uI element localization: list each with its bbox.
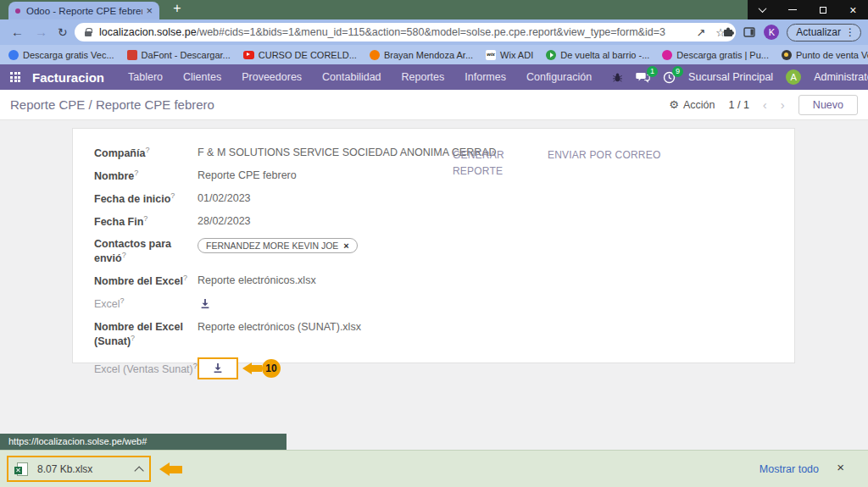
- user-menu[interactable]: Administrator (localizacion): [814, 71, 868, 83]
- annotation-highlight-box: 10: [198, 357, 238, 379]
- window-close-button[interactable]: ×: [838, 0, 868, 19]
- extensions-puzzle-icon[interactable]: [721, 25, 735, 39]
- window-controls: ×: [748, 0, 868, 19]
- chrome-profile-avatar[interactable]: K: [764, 25, 779, 40]
- field-value-excel: [198, 296, 213, 313]
- field-value-fecha-inicio[interactable]: 01/02/2023: [198, 191, 251, 204]
- bookmark-label: DaFont - Descargar...: [142, 50, 231, 60]
- window-restore-button[interactable]: [808, 0, 838, 19]
- field-label: Contactos para envió?: [94, 237, 198, 266]
- field-label: Fecha Fin?: [94, 214, 198, 229]
- bookmark-item[interactable]: Brayan Mendoza Ar...: [370, 50, 473, 60]
- menu-contabilidad[interactable]: Contabilidad: [322, 71, 381, 83]
- annotation-arrow-icon: 10: [242, 359, 281, 378]
- show-all-downloads-link[interactable]: Mostrar todo: [760, 463, 819, 475]
- address-bar[interactable]: localizacion.solse.pe /web#cids=1&bids=1…: [75, 23, 736, 42]
- field-value-nombre-excel[interactable]: Reporte electrónicos.xlsx: [198, 274, 316, 286]
- window-menu-button[interactable]: [748, 0, 778, 19]
- annotation-step-badge: 10: [262, 359, 281, 378]
- chevron-up-icon[interactable]: [134, 466, 143, 475]
- help-marker: ?: [134, 169, 138, 177]
- menu-clientes[interactable]: Clientes: [183, 71, 221, 83]
- bookmark-item[interactable]: Punto de venta Ven...: [782, 50, 868, 60]
- enviar-por-correo-button[interactable]: ENVIAR POR CORREO: [548, 149, 660, 161]
- field-label: Fecha de inicio?: [94, 191, 198, 206]
- chrome-update-button[interactable]: Actualizar ⋮: [787, 24, 861, 42]
- download-excel-sunat-button[interactable]: [210, 362, 225, 375]
- field-row-fecha-fin: Fecha Fin? 28/02/2023: [94, 214, 794, 230]
- field-value-nombre[interactable]: Reporte CPE febrero: [198, 169, 297, 181]
- company-switcher[interactable]: Sucursal Principal: [688, 71, 773, 83]
- download-excel-button[interactable]: [198, 297, 213, 311]
- field-row-nombre: Nombre? Reporte CPE febrero: [94, 169, 794, 184]
- bookmark-label: Wix ADI: [500, 50, 533, 60]
- download-icon: [212, 362, 224, 374]
- menu-tablero[interactable]: Tablero: [128, 71, 163, 83]
- bookmark-item[interactable]: Wix ADI: [486, 50, 533, 60]
- chrome-menu-icon[interactable]: ⋮: [845, 26, 855, 38]
- field-value-nombre-excel-sunat[interactable]: Reporte electrónicos (SUNAT).xlsx: [198, 320, 361, 333]
- window-minimize-button[interactable]: [778, 0, 809, 19]
- contact-tag[interactable]: FERNANDEZ MORE KEVIN JOE ×: [198, 238, 358, 253]
- bookmark-item[interactable]: CURSO DE CORELD...: [243, 50, 357, 60]
- download-shelf: 8.07 Kb.xlsx Mostrar todo ×: [0, 450, 868, 487]
- bookmark-favicon-icon: [782, 50, 792, 60]
- breadcrumb-parent[interactable]: Reporte CPE: [10, 97, 85, 112]
- browser-tab[interactable]: Odoo - Reporte CPE febrero ×: [8, 2, 159, 19]
- pager-previous-icon[interactable]: ‹: [763, 98, 767, 111]
- bookmark-favicon-icon: [8, 50, 19, 60]
- restore-icon: [820, 7, 826, 14]
- url-path: /web#cids=1&bids=1&menu_id=115&action=58…: [197, 26, 687, 38]
- debug-bug-icon[interactable]: [612, 72, 623, 83]
- bookmarks-bar: Descarga gratis Vec... DaFont - Descarga…: [0, 45, 868, 64]
- bookmark-item[interactable]: DaFont - Descargar...: [127, 50, 231, 60]
- apps-grid-icon[interactable]: [10, 72, 20, 82]
- messages-button[interactable]: 1: [636, 71, 650, 84]
- forward-button[interactable]: →: [35, 24, 47, 41]
- field-value-fecha-fin[interactable]: 28/02/2023: [198, 214, 251, 227]
- field-label: Compañía?: [94, 146, 198, 160]
- download-icon: [199, 298, 211, 310]
- systray: 1 9 Sucursal Principal A Administrator (…: [612, 69, 868, 85]
- reload-button[interactable]: ↻: [58, 24, 68, 41]
- bookmark-item[interactable]: De vuelta al barrio -...: [546, 50, 649, 60]
- contact-tag-label: FERNANDEZ MORE KEVIN JOE: [206, 241, 338, 251]
- download-chip-highlight[interactable]: 8.07 Kb.xlsx: [7, 456, 151, 482]
- field-value-compania[interactable]: F & M SOLUTIONS SERVICE SOCIEDAD ANONIMA…: [198, 146, 497, 158]
- tag-remove-icon[interactable]: ×: [343, 241, 348, 251]
- menu-configuracion[interactable]: Configuración: [526, 71, 592, 83]
- field-row-nombre-excel-sunat: Nombre del Excel (Sunat)? Reporte electr…: [94, 320, 794, 349]
- side-panel-icon[interactable]: [743, 25, 756, 39]
- share-icon[interactable]: ↗: [696, 26, 705, 39]
- control-panel-right: ⚙ Acción 1 / 1 ‹ › Nuevo: [669, 95, 858, 115]
- bookmark-label: Descarga gratis | Pu...: [676, 50, 769, 60]
- pager-next-icon[interactable]: ›: [781, 98, 785, 111]
- bookmark-item[interactable]: Descarga gratis | Pu...: [662, 50, 769, 60]
- back-button[interactable]: ←: [11, 24, 24, 41]
- menu-proveedores[interactable]: Proveedores: [242, 71, 302, 83]
- action-label: Acción: [683, 99, 715, 111]
- menu-informes[interactable]: Informes: [465, 71, 506, 83]
- field-row-fecha-inicio: Fecha de inicio? 01/02/2023: [94, 191, 794, 207]
- shelf-close-icon[interactable]: ×: [837, 461, 844, 473]
- field-label: Nombre?: [94, 169, 198, 183]
- field-label: Nombre del Excel?: [94, 274, 198, 288]
- new-record-button[interactable]: Nuevo: [798, 95, 858, 115]
- action-menu-button[interactable]: ⚙ Acción: [669, 98, 715, 111]
- app-name[interactable]: Facturacion: [32, 70, 104, 85]
- field-label: Nombre del Excel (Sunat)?: [94, 320, 198, 349]
- activities-button[interactable]: 9: [663, 71, 676, 84]
- field-row-excel-ventas-sunat: Excel (Ventas Sunat)? 10: [94, 357, 794, 379]
- help-marker: ?: [170, 191, 175, 200]
- bookmark-label: Punto de venta Ven...: [796, 50, 868, 60]
- menu-reportes[interactable]: Reportes: [402, 71, 445, 83]
- bookmark-item[interactable]: Descarga gratis Vec...: [8, 50, 114, 60]
- generar-reporte-button[interactable]: GENERAR REPORTE: [453, 147, 520, 179]
- field-row-excel: Excel?: [94, 296, 794, 313]
- user-avatar[interactable]: A: [786, 69, 801, 85]
- pager-counter: 1 / 1: [729, 99, 749, 111]
- new-tab-button[interactable]: +: [168, 1, 186, 16]
- wix-icon: [486, 50, 496, 60]
- help-marker: ?: [183, 274, 187, 282]
- tab-close-icon[interactable]: ×: [146, 5, 153, 16]
